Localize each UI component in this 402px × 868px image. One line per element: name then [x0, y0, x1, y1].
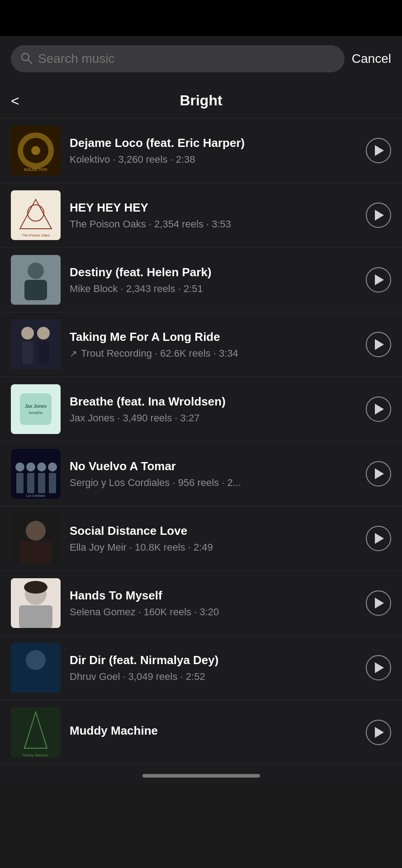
search-input-wrapper[interactable] [11, 45, 345, 72]
album-art [11, 643, 61, 693]
svg-text:The Poison Oaks: The Poison Oaks [22, 233, 49, 237]
music-item[interactable]: Taking Me For A Long Ride↗Trout Recordin… [0, 312, 402, 377]
play-icon [375, 210, 384, 221]
play-button[interactable] [366, 203, 391, 228]
svg-text:KOLEKTIVO: KOLEKTIVO [24, 167, 47, 172]
svg-point-26 [26, 462, 35, 472]
cancel-button[interactable]: Cancel [352, 50, 391, 68]
play-button[interactable] [366, 590, 391, 616]
svg-text:Los Cordiales: Los Cordiales [26, 494, 46, 497]
track-info: Dejame Loco (feat. Eric Harper)Kolektivo… [70, 136, 357, 165]
music-list: KOLEKTIVODejame Loco (feat. Eric Harper)… [0, 118, 402, 765]
svg-rect-13 [24, 280, 47, 300]
track-info: Destiny (feat. Helen Park)Mike Block · 2… [70, 265, 357, 295]
track-meta: Sergio y Los Cordiales · 956 reels · 2..… [70, 477, 357, 489]
play-icon [375, 274, 384, 285]
track-title: No Vuelvo A Tomar [70, 459, 357, 474]
svg-rect-31 [49, 473, 56, 493]
album-art: The Poison Oaks [11, 190, 61, 240]
svg-point-30 [48, 462, 57, 472]
svg-rect-20 [20, 393, 52, 425]
svg-line-1 [28, 60, 32, 64]
track-title: Social Distance Love [70, 524, 357, 539]
play-icon [375, 598, 384, 609]
track-meta: Kolektivo · 3,260 reels · 2:38 [70, 154, 357, 165]
svg-text:Jax Jones: Jax Jones [25, 404, 47, 409]
album-art: Los Cordiales [11, 449, 61, 499]
play-icon [375, 468, 384, 479]
track-title: Dir Dir (feat. Nirmalya Dey) [70, 653, 357, 668]
play-button[interactable] [366, 655, 391, 680]
svg-point-28 [37, 462, 46, 472]
svg-rect-7 [11, 190, 61, 240]
album-art [11, 514, 61, 563]
play-button[interactable] [366, 526, 391, 551]
play-button[interactable] [366, 332, 391, 357]
music-item[interactable]: Hands To MyselfSelena Gomez · 160K reels… [0, 571, 402, 636]
track-title: Muddy Machine [70, 723, 357, 739]
track-title: Hands To Myself [70, 588, 357, 604]
track-meta: Jax Jones · 3,490 reels · 3:27 [70, 412, 357, 424]
track-info: Dir Dir (feat. Nirmalya Dey)Dhruv Goel ·… [70, 653, 357, 683]
play-button[interactable] [366, 461, 391, 486]
search-input[interactable] [38, 52, 336, 66]
track-info: Taking Me For A Long Ride↗Trout Recordin… [70, 330, 357, 359]
svg-point-34 [26, 521, 46, 541]
svg-point-15 [21, 327, 34, 340]
svg-rect-25 [16, 473, 24, 493]
play-icon [375, 404, 384, 415]
back-button[interactable]: < [11, 94, 19, 108]
music-item[interactable]: Destiny (feat. Helen Park)Mike Block · 2… [0, 248, 402, 312]
search-bar-row: Cancel [0, 36, 402, 81]
track-meta: Ella Joy Meir · 10.8K reels · 2:49 [70, 542, 357, 553]
svg-rect-14 [11, 320, 61, 369]
track-info: No Vuelvo A TomarSergio y Los Cordiales … [70, 459, 357, 489]
svg-rect-27 [27, 473, 34, 493]
play-button[interactable] [366, 138, 391, 163]
music-item[interactable]: KOLEKTIVODejame Loco (feat. Eric Harper)… [0, 118, 402, 183]
track-meta: The Poison Oaks · 2,354 reels · 3:53 [70, 218, 357, 230]
track-title: Dejame Loco (feat. Eric Harper) [70, 136, 357, 151]
track-title: HEY HEY HEY [70, 200, 357, 216]
music-item[interactable]: Dir Dir (feat. Nirmalya Dey)Dhruv Goel ·… [0, 636, 402, 700]
music-item[interactable]: Muddy MachineMuddy Machine [0, 700, 402, 765]
music-item[interactable]: Los CordialesNo Vuelvo A TomarSergio y L… [0, 442, 402, 506]
album-art [11, 320, 61, 369]
album-art [11, 255, 61, 305]
album-art [11, 578, 61, 628]
track-info: Hands To MyselfSelena Gomez · 160K reels… [70, 588, 357, 618]
svg-point-17 [37, 327, 50, 340]
home-indicator [142, 774, 260, 778]
track-meta: Selena Gomez · 160K reels · 3:20 [70, 606, 357, 618]
play-icon [375, 339, 384, 350]
svg-rect-29 [38, 473, 45, 493]
album-art: Muddy Machine [11, 708, 61, 757]
track-info: HEY HEY HEYThe Poison Oaks · 2,354 reels… [70, 200, 357, 230]
album-art: KOLEKTIVO [11, 126, 61, 175]
play-icon [375, 662, 384, 673]
track-title: Breathe (feat. Ina Wroldsen) [70, 394, 357, 410]
bottom-indicator-bar [0, 765, 402, 785]
music-item[interactable]: Jax JonesbreatheBreathe (feat. Ina Wrold… [0, 377, 402, 442]
svg-rect-35 [20, 542, 52, 563]
music-item[interactable]: The Poison OaksHEY HEY HEYThe Poison Oak… [0, 183, 402, 248]
track-meta: Mike Block · 2,343 reels · 2:51 [70, 283, 357, 295]
play-button[interactable] [366, 396, 391, 422]
page-title: Bright [11, 92, 391, 109]
play-button[interactable] [366, 267, 391, 292]
svg-point-24 [15, 462, 24, 472]
play-button[interactable] [366, 720, 391, 745]
track-title: Destiny (feat. Helen Park) [70, 265, 357, 280]
svg-rect-38 [19, 605, 52, 628]
search-icon [20, 52, 33, 66]
svg-rect-16 [22, 341, 33, 364]
status-bar [0, 0, 402, 36]
track-title: Taking Me For A Long Ride [70, 330, 357, 345]
svg-rect-44 [11, 708, 61, 757]
svg-point-0 [22, 53, 29, 61]
music-item[interactable]: Social Distance LoveElla Joy Meir · 10.8… [0, 506, 402, 571]
play-icon [375, 533, 384, 544]
play-icon [375, 727, 384, 738]
svg-rect-18 [38, 341, 49, 364]
svg-point-39 [24, 581, 47, 594]
